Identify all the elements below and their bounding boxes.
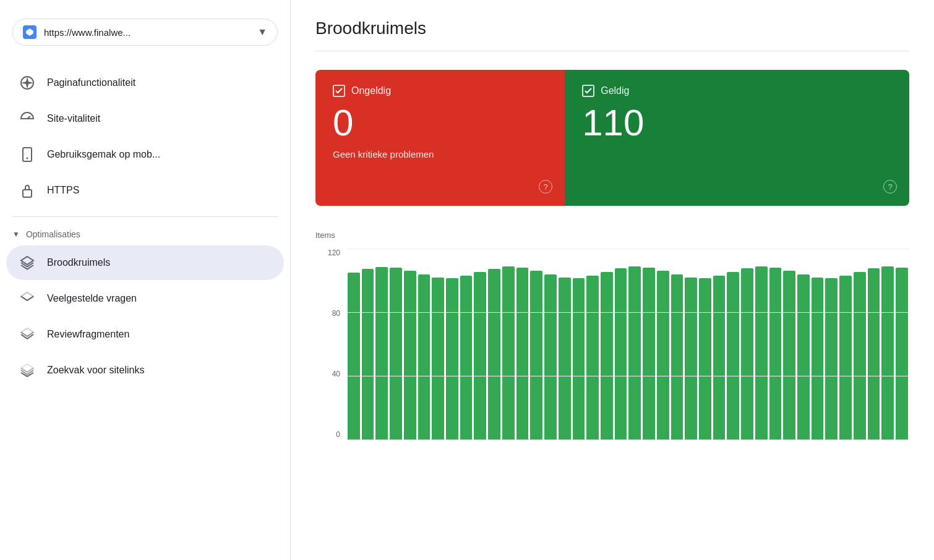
sidebar-item-paginafunctionaliteit[interactable]: Paginafunctionaliteit [6, 66, 284, 100]
faq-icon [19, 290, 36, 307]
chart-bar [488, 269, 500, 439]
chart-bar [628, 266, 641, 439]
url-bar[interactable]: https://www.finalwe... ▼ [12, 19, 278, 46]
main-content: Broodkruimels Ongeldig 0 Geen kritieke p… [291, 0, 934, 560]
sidebar-item-label: Site-vitaliteit [47, 113, 100, 124]
chart-bar [474, 272, 486, 439]
chevron-down-icon: ▼ [12, 230, 20, 239]
chart-bar [460, 276, 473, 439]
invalid-checkbox [333, 85, 345, 97]
valid-card: Geldig 110 ? [565, 70, 909, 206]
chart-bar [685, 278, 697, 439]
chart-bar [699, 278, 711, 439]
svg-rect-5 [23, 148, 32, 161]
invalid-card: Ongeldig 0 Geen kritieke problemen ? [315, 70, 565, 206]
invalid-label: Ongeldig [351, 85, 391, 96]
chart-bar [825, 278, 838, 439]
chart-bar [671, 274, 683, 439]
page-title: Broodkruimels [315, 19, 909, 38]
chart-bar [573, 278, 585, 439]
chart-bar [643, 268, 655, 439]
sub-nav-section: Broodkruimels Veelgestelde vragen Rev [0, 244, 290, 389]
y-label-80: 80 [332, 309, 340, 318]
dropdown-icon[interactable]: ▼ [257, 27, 267, 38]
sidebar-item-broodkruimels[interactable]: Broodkruimels [6, 245, 284, 280]
chart-bar [390, 268, 402, 439]
optimalisaties-section[interactable]: ▼ Optimalisaties [0, 224, 290, 244]
invalid-card-header: Ongeldig [333, 85, 547, 97]
chart-bar [375, 267, 388, 440]
sidebar-item-label: Zoekvak voor sitelinks [47, 365, 144, 376]
sidebar-item-label: Gebruiksgemak op mob... [47, 149, 160, 160]
sidebar-item-site-vitaliteit[interactable]: Site-vitaliteit [6, 101, 284, 136]
chart-bar [839, 276, 852, 439]
chart-bar [727, 272, 739, 439]
mobile-icon [19, 146, 36, 163]
chart-axis-label: Items [315, 231, 909, 240]
nav-section: Paginafunctionaliteit Site-vitaliteit [0, 64, 290, 209]
chart-section: Items 120 80 40 0 [315, 231, 909, 465]
sidebar-item-label: Reviewfragmenten [47, 329, 129, 340]
chart-bar [741, 268, 753, 439]
site-favicon [23, 25, 36, 39]
valid-checkbox [582, 85, 594, 97]
chart-bar [755, 266, 768, 439]
chart-bar [713, 276, 726, 439]
valid-count: 110 [582, 104, 892, 142]
sidebar-item-gebruiksgemak[interactable]: Gebruiksgemak op mob... [6, 137, 284, 172]
sidebar-item-label: Veelgestelde vragen [47, 293, 137, 304]
section-label-text: Optimalisaties [26, 229, 80, 239]
chart-bar [854, 272, 866, 439]
status-cards: Ongeldig 0 Geen kritieke problemen ? Gel… [315, 70, 909, 206]
chart-bar [544, 274, 557, 439]
chart-bar [432, 278, 444, 439]
title-divider [315, 51, 909, 51]
svg-rect-7 [23, 190, 32, 197]
chart-bar [896, 268, 908, 439]
chart-bar [868, 268, 880, 439]
compass-icon [19, 74, 36, 91]
chart-bars [346, 248, 909, 439]
chart-bar [404, 271, 416, 439]
sidebar-item-label: HTTPS [47, 185, 79, 196]
invalid-count: 0 [333, 104, 547, 142]
sitelinks-icon [19, 362, 36, 379]
chart-bar [530, 271, 542, 439]
review-icon [19, 326, 36, 343]
valid-label: Geldig [601, 85, 629, 96]
invalid-description: Geen kritieke problemen [333, 148, 547, 161]
chart-bar [446, 278, 458, 439]
chart-bar [615, 268, 627, 439]
nav-divider [12, 216, 278, 217]
gauge-icon [19, 110, 36, 127]
sidebar-item-label: Paginafunctionaliteit [47, 77, 135, 88]
chart-bar [559, 278, 571, 439]
chart-bar [769, 268, 782, 439]
url-text: https://www.finalwe... [44, 27, 252, 38]
sidebar-item-label: Broodkruimels [47, 257, 110, 268]
chart-bar [657, 271, 669, 439]
chart-bar [881, 266, 894, 439]
sidebar-item-https[interactable]: HTTPS [6, 173, 284, 208]
svg-marker-9 [21, 292, 33, 300]
chart-bar [362, 269, 374, 439]
chart-bar [418, 274, 431, 439]
svg-marker-0 [26, 28, 33, 36]
y-label-120: 120 [328, 248, 340, 257]
chart-bar [586, 276, 599, 439]
layers-icon [19, 254, 36, 271]
chart-container: 120 80 40 0 [315, 242, 909, 452]
invalid-help-icon[interactable]: ? [539, 180, 552, 193]
chart-bar [502, 266, 515, 439]
y-label-0: 0 [336, 430, 340, 439]
y-label-40: 40 [332, 370, 340, 378]
chart-bar [812, 278, 824, 439]
lock-icon [19, 182, 36, 199]
sidebar-item-reviewfragmenten[interactable]: Reviewfragmenten [6, 317, 284, 352]
sidebar-item-zoekvak[interactable]: Zoekvak voor sitelinks [6, 353, 284, 388]
chart-bar [797, 274, 810, 439]
sidebar-item-veelgestelde-vragen[interactable]: Veelgestelde vragen [6, 281, 284, 316]
valid-help-icon[interactable]: ? [883, 180, 897, 193]
sidebar: https://www.finalwe... ▼ Paginafunctiona… [0, 0, 291, 560]
valid-card-header: Geldig [582, 85, 892, 97]
